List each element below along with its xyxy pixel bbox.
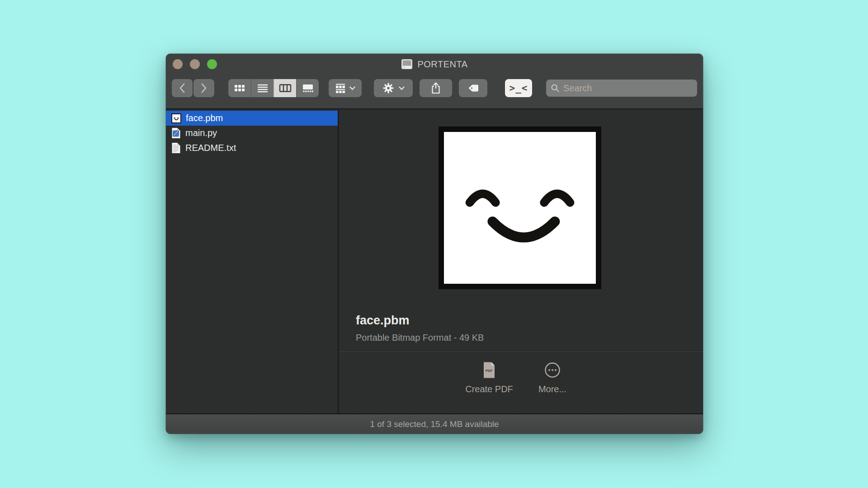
search-input[interactable] (563, 83, 693, 94)
back-button[interactable] (172, 79, 193, 97)
toolbar: >_< (166, 75, 703, 109)
file-list-column: face.pbm main.py (166, 111, 338, 155)
share-icon (430, 82, 441, 94)
squint-face-button[interactable]: >_< (505, 79, 532, 97)
icon-view-icon (234, 84, 245, 93)
pdf-document-icon: PDF (482, 361, 496, 379)
content-area: face.pbm main.py (166, 110, 703, 413)
python-script-icon (171, 127, 181, 139)
back-chevron-icon (179, 83, 185, 93)
file-name: face.pbm (186, 113, 223, 123)
face-thumbnail-icon (171, 113, 181, 123)
gear-icon (382, 82, 394, 94)
icon-view-button[interactable] (228, 79, 251, 97)
finder-window: PORTENTA (166, 54, 703, 434)
list-view-button[interactable] (251, 79, 274, 97)
ellipsis-circle-icon (544, 361, 561, 379)
title-bar[interactable]: PORTENTA (166, 54, 703, 75)
drive-icon (401, 59, 413, 70)
preview-file-name: face.pbm (356, 314, 410, 328)
preview-image-face (439, 127, 601, 289)
action-menu-button[interactable] (374, 79, 413, 97)
column-view-button[interactable] (274, 79, 296, 97)
share-button[interactable] (420, 79, 452, 97)
group-by-button[interactable] (329, 79, 362, 97)
window-title: PORTENTA (417, 59, 467, 70)
gallery-view-icon (302, 84, 314, 93)
file-name: README.txt (185, 143, 236, 153)
list-view-icon (257, 84, 269, 93)
window-title-area: PORTENTA (166, 54, 703, 75)
forward-chevron-icon (201, 83, 207, 93)
search-field[interactable] (546, 80, 697, 97)
status-text: 1 of 3 selected, 15.4 MB available (370, 419, 499, 429)
chevron-down-icon (349, 86, 355, 90)
file-row-main-py[interactable]: main.py (166, 126, 338, 141)
group-by-icon (335, 83, 346, 93)
create-pdf-label: Create PDF (465, 384, 513, 394)
column-view-icon (279, 84, 292, 93)
column-divider[interactable] (338, 110, 339, 413)
preview-divider (339, 352, 703, 352)
more-label: More... (538, 384, 566, 394)
file-row-face-pbm[interactable]: face.pbm (166, 111, 338, 126)
pdf-icon-label: PDF (486, 369, 492, 373)
squint-face-icon: >_< (509, 83, 528, 94)
gallery-view-button[interactable] (296, 79, 319, 97)
forward-button[interactable] (193, 79, 214, 97)
view-switcher (228, 79, 319, 97)
tag-icon (467, 84, 479, 93)
file-name: main.py (185, 128, 217, 138)
tag-button[interactable] (459, 79, 487, 97)
chevron-down-icon (399, 86, 405, 90)
search-icon (551, 84, 560, 93)
more-button[interactable]: More... (514, 361, 591, 394)
file-row-readme-txt[interactable]: README.txt (166, 141, 338, 155)
preview-file-meta: Portable Bitmap Format - 49 KB (356, 333, 484, 343)
text-document-icon (171, 142, 181, 154)
status-bar: 1 of 3 selected, 15.4 MB available (166, 413, 703, 434)
